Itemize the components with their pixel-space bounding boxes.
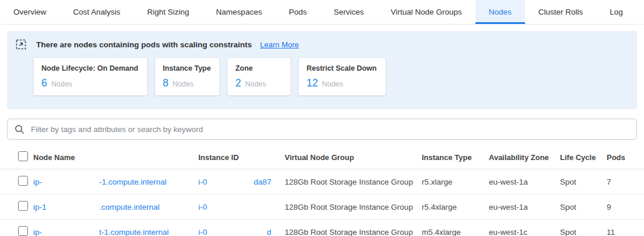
card-title: Restrict Scale Down (306, 64, 376, 72)
card-count: 8 (163, 77, 169, 89)
column-header-availability-zone[interactable]: Availability Zone (489, 153, 560, 162)
life-cycle-cell: Spot (560, 228, 607, 236)
constraint-card-zone[interactable]: Zone 2 Nodes (227, 57, 291, 96)
column-header-pods[interactable]: Pods (607, 153, 644, 162)
life-cycle-cell: Spot (560, 203, 607, 211)
constraint-card-instance-type[interactable]: Instance Type 8 Nodes (155, 57, 220, 96)
column-header-virtual-node-group[interactable]: Virtual Node Group (285, 153, 422, 162)
card-title: Instance Type (163, 64, 211, 72)
node-name-link[interactable]: ip- t-1.compute.internal (33, 228, 198, 236)
card-unit: Nodes (245, 80, 266, 88)
tab-pods[interactable]: Pods (275, 0, 320, 24)
nodes-table: Node Name Instance ID Virtual Node Group… (0, 145, 644, 236)
table-header-row: Node Name Instance ID Virtual Node Group… (0, 145, 644, 169)
column-header-instance-id[interactable]: Instance ID (198, 153, 285, 162)
column-header-node-name[interactable]: Node Name (33, 153, 198, 162)
card-count: 12 (306, 77, 317, 89)
pods-cell: 9 (607, 203, 644, 211)
constraint-card-restrict-scale-down[interactable]: Restrict Scale Down 12 Nodes (298, 57, 386, 96)
node-name-prefix: ip- (33, 228, 99, 236)
tab-overview[interactable]: Overview (0, 0, 60, 24)
tab-services[interactable]: Services (320, 0, 377, 24)
node-name-link[interactable]: ip-1 .compute.internal (33, 203, 198, 211)
card-count: 6 (41, 77, 47, 89)
node-name-prefix: ip-1 (33, 203, 99, 211)
instance-id-link[interactable]: i-0 da87 (198, 178, 285, 186)
instance-type-cell: r5.4xlarge (422, 203, 489, 211)
table-row: ip-1 .compute.internal i-0 128Gb Root St… (0, 195, 644, 220)
tab-namespaces[interactable]: Namespaces (202, 0, 275, 24)
tab-cluster-rolls[interactable]: Cluster Rolls (525, 0, 597, 24)
instance-id-suffix: d (267, 228, 271, 236)
virtual-node-group-cell: 128Gb Root Storage Instance Group (285, 203, 422, 211)
node-name-link[interactable]: ip- -1.compute.internal (33, 178, 198, 186)
card-unit: Nodes (51, 80, 72, 88)
search-input[interactable] (30, 124, 629, 134)
scaling-constraints-banner: There are nodes containing pods with sca… (7, 31, 637, 109)
availability-zone-cell: eu-west-1a (489, 203, 560, 211)
availability-zone-cell: eu-west-1c (489, 228, 560, 236)
virtual-node-group-cell: 128Gb Root Storage Instance Group (285, 178, 422, 186)
instance-id-link[interactable]: i-0 d (198, 228, 285, 236)
card-title: Zone (235, 64, 282, 72)
node-name-suffix: -1.compute.internal (99, 178, 167, 186)
tab-cost-analysis[interactable]: Cost Analysis (60, 0, 134, 24)
filter-bar (7, 119, 637, 140)
tab-virtual-node-groups[interactable]: Virtual Node Groups (377, 0, 475, 24)
life-cycle-cell: Spot (560, 178, 607, 186)
constraint-cards: Node Lifecycle: On Demand 6 Nodes Instan… (33, 57, 628, 96)
pods-cell: 7 (607, 178, 644, 186)
learn-more-link[interactable]: Learn More (260, 40, 299, 49)
tab-bar: Overview Cost Analysis Right Sizing Name… (0, 0, 644, 25)
instance-id-prefix: i-0 (198, 203, 207, 211)
card-title: Node Lifecycle: On Demand (41, 64, 138, 72)
instance-id-suffix: da87 (254, 178, 271, 186)
banner-message: There are nodes containing pods with sca… (36, 40, 252, 49)
tab-right-sizing[interactable]: Right Sizing (134, 0, 202, 24)
row-checkbox[interactable] (18, 226, 28, 236)
node-name-prefix: ip- (33, 178, 99, 186)
row-checkbox[interactable] (18, 201, 28, 211)
card-count: 2 (235, 77, 241, 89)
node-name-suffix: t-1.compute.internal (99, 228, 169, 236)
search-icon (15, 124, 24, 134)
tab-log[interactable]: Log (596, 0, 636, 24)
instance-id-prefix: i-0 (198, 228, 207, 236)
scale-out-icon (16, 39, 26, 50)
constraint-card-node-lifecycle[interactable]: Node Lifecycle: On Demand 6 Nodes (33, 57, 148, 96)
instance-id-prefix: i-0 (198, 178, 207, 186)
tab-nodes[interactable]: Nodes (475, 0, 525, 24)
card-unit: Nodes (173, 80, 194, 88)
select-all-checkbox[interactable] (18, 151, 28, 161)
column-header-life-cycle[interactable]: Life Cycle (560, 153, 607, 162)
instance-type-cell: m5.4xlarge (422, 228, 489, 236)
instance-type-cell: r5.xlarge (422, 178, 489, 186)
column-header-instance-type[interactable]: Instance Type (422, 153, 489, 162)
table-row: ip- t-1.compute.internal i-0 d 128Gb Roo… (0, 220, 644, 236)
card-unit: Nodes (322, 80, 343, 88)
table-row: ip- -1.compute.internal i-0 da87 128Gb R… (0, 169, 644, 195)
virtual-node-group-cell: 128Gb Root Storage Instance Group (285, 228, 422, 236)
node-name-suffix: .compute.internal (99, 203, 160, 211)
pods-cell: 11 (607, 228, 644, 236)
instance-id-link[interactable]: i-0 (198, 203, 285, 211)
availability-zone-cell: eu-west-1a (489, 178, 560, 186)
row-checkbox[interactable] (18, 176, 28, 186)
